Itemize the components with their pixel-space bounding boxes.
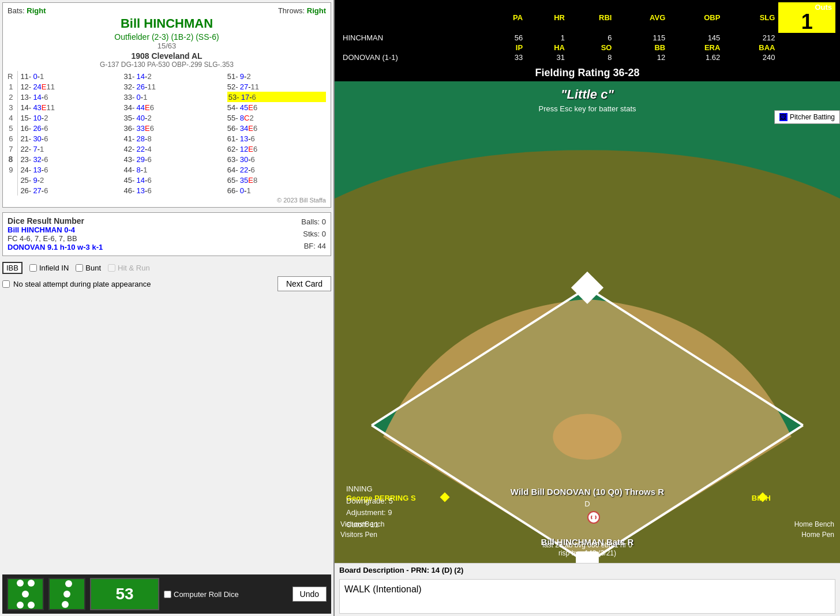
row-7: 7: [7, 144, 15, 154]
dice-table-area: R 1 2 3 4 5 6 7 8 9 11- 0 - 1 12- 24E 11…: [7, 71, 326, 196]
dot-bot: [62, 601, 69, 608]
dice-result-title: Dice Result Number: [7, 216, 103, 226]
adjustment-label: Adjustment: 9: [346, 507, 393, 519]
dice-display-row: 53 Computer Roll Dice Undo: [2, 574, 331, 614]
dice-row-34: 34- 44E 6: [124, 102, 223, 112]
pitcher-label: Wild Bill DONOVAN (10 Q0) Throws R: [511, 487, 664, 497]
dice-row-52: 52- 27 - 11: [227, 81, 326, 92]
computer-roll-label[interactable]: Computer Roll Dice: [164, 590, 239, 599]
computer-roll-row: Computer Roll Dice: [164, 590, 239, 599]
donovan-ha: 31: [526, 52, 568, 62]
home-bench: Home Bench Home Pen: [794, 519, 834, 540]
player-season: 1908 Cleveland AL: [7, 51, 326, 61]
hinchman-avg: 115: [615, 33, 669, 43]
row-numbers: R 1 2 3 4 5 6 7 8 9: [7, 71, 18, 196]
dice-col-3: 51- 9 - 2 52- 27 - 11 53- 17 - 6 54- 45E…: [227, 71, 326, 196]
stats-header: PA HR RBI AVG OBP SLG Outs 1 HINCHMAN 56…: [335, 0, 840, 65]
infield-in-label: Infield IN: [39, 264, 69, 272]
dice-row-51: 51- 9 - 2: [227, 71, 326, 81]
bunt-checkbox[interactable]: Bunt: [76, 264, 101, 272]
baa-header: BAA: [723, 43, 778, 52]
dot-2: [28, 580, 35, 587]
little-c-label: "Little c": [561, 87, 614, 102]
player-card: Bats: Right Throws: Right Bill HINCHMAN …: [2, 2, 331, 208]
bats-val: Right: [27, 6, 46, 15]
bf-label: BF:: [304, 242, 316, 250]
hit-run-input[interactable]: [108, 264, 115, 272]
die-1[interactable]: [7, 578, 44, 610]
bunt-input[interactable]: [76, 264, 83, 272]
donovan-ip: 33: [486, 52, 526, 62]
dot-3: [17, 602, 24, 609]
dice-row-13: 13- 14 - 6: [20, 92, 119, 102]
row-8: 8: [7, 154, 15, 164]
donovan-era: 1.62: [669, 52, 723, 62]
dice-row-36: 36- 33E 6: [124, 123, 223, 133]
dice-row-65: 65- 35E 8: [227, 175, 326, 185]
no-steal-checkbox[interactable]: [2, 280, 10, 288]
field-container: "Little c" Press Esc key for batter stat…: [335, 81, 840, 563]
dice-row-25: 25- 9 - 2: [20, 175, 119, 185]
dice-row-35: 35- 40 - 2: [124, 112, 223, 123]
donovan-name-cell: DONOVAN (1-1): [339, 52, 486, 62]
walk-box: WALK (Intentional): [339, 579, 835, 614]
dice-number: 53: [90, 578, 159, 610]
downgrade-label: Downgrade: 5: [346, 495, 393, 508]
throws-label: Throws:: [278, 6, 305, 15]
dice-row-14: 14- 43E 11: [20, 102, 119, 112]
donovan-so: 8: [568, 52, 615, 62]
ha-header: HA: [526, 43, 568, 52]
computer-roll-checkbox[interactable]: [164, 591, 171, 598]
dice-row-45: 45- 14 - 6: [124, 175, 223, 185]
bottom-section: Dice Result Number Bill HINCHMAN 0-4 FC …: [2, 212, 331, 614]
hinchman-hr: 1: [526, 33, 568, 43]
stats-table: PA HR RBI AVG OBP SLG Outs 1 HINCHMAN 56…: [339, 2, 835, 62]
avg-header: AVG: [615, 2, 669, 33]
die-2[interactable]: [48, 578, 85, 610]
batter-stats-2: risp bvg 143 (3/21): [542, 549, 632, 557]
hr-header: HR: [526, 2, 568, 33]
undo-button[interactable]: Undo: [292, 587, 327, 602]
outs-label-cell: Outs 1: [778, 2, 835, 33]
dice-row-26: 26- 27 - 6: [20, 185, 119, 196]
player-stats: G-137 DG-130 PA-530 OBP-.299 SLG-.353: [7, 61, 326, 69]
dice-row-31: 31- 14 - 2: [124, 71, 223, 81]
ip-header: IP: [486, 43, 526, 52]
row-6: 6: [7, 133, 15, 144]
left-panel: Bats: Right Throws: Right Bill HINCHMAN …: [0, 0, 335, 616]
infield-in-input[interactable]: [29, 264, 37, 272]
dice-row-63: 63- 30 - 6: [227, 154, 326, 164]
press-esc-label: Press Esc key for batter stats: [538, 104, 636, 113]
dice-result-batter: Bill HINCHMAN 0-4: [7, 226, 103, 234]
bunt-label: Bunt: [85, 264, 101, 272]
pitcher-batting-popup[interactable]: 🖼 Pitcher Batting: [774, 110, 840, 124]
ibb-button[interactable]: IBB: [2, 262, 22, 274]
infield-in-checkbox[interactable]: Infield IN: [29, 264, 69, 272]
hit-run-checkbox[interactable]: Hit & Run: [108, 264, 150, 272]
player-position: Outfielder (2-3) (1B-2) (SS-6): [7, 32, 326, 42]
visitors-pen-label: Visitors Pen: [340, 529, 384, 540]
dice-row-22: 22- 7 - 1: [20, 144, 119, 154]
next-card-button[interactable]: Next Card: [278, 276, 331, 291]
bats-label: Bats:: [7, 6, 25, 15]
stks-label: Stks:: [303, 230, 320, 238]
dice-row-44: 44- 8 - 1: [124, 164, 223, 175]
dice-row-54: 54- 45E 6: [227, 102, 326, 112]
dice-row-16: 16- 26 - 6: [20, 123, 119, 133]
dot-center: [22, 591, 29, 598]
dice-col-2: 31- 14 - 2 32- 26 - 11 33- 0 - 1 34- 44E…: [124, 71, 223, 196]
dice-result-panel: Dice Result Number Bill HINCHMAN 0-4 FC …: [2, 212, 331, 256]
dice-row-55: 55- 8C 2: [227, 112, 326, 123]
dice-row-11: 11- 0 - 1: [20, 71, 119, 81]
dice-row-42: 42- 22 - 4: [124, 144, 223, 154]
era-header: ERA: [669, 43, 723, 52]
bill-h-label: Bill H: [752, 494, 771, 502]
inning-label: INNING: [346, 483, 393, 495]
dice-row-24: 24- 13 - 6: [20, 164, 119, 175]
bf-val: 44: [318, 242, 326, 250]
obp-header: OBP: [669, 2, 723, 33]
dice-row-43: 43- 29 - 6: [124, 154, 223, 164]
dice-row-62: 62- 12E 6: [227, 144, 326, 154]
dice-row-64: 64- 22 - 6: [227, 164, 326, 175]
row-3: 3: [7, 102, 15, 112]
